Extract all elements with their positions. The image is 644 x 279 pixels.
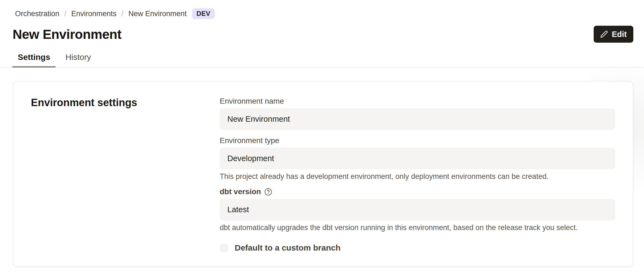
- dbt-version-group: dbt version Latest dbt automatically upg…: [220, 187, 615, 232]
- environment-type-group: Environment type Development This projec…: [220, 136, 615, 181]
- custom-branch-checkbox[interactable]: [220, 244, 228, 252]
- dbt-version-label-row: dbt version: [220, 187, 615, 196]
- edit-button[interactable]: Edit: [594, 26, 633, 43]
- custom-branch-row: Default to a custom branch: [220, 243, 615, 252]
- help-circle-icon[interactable]: [264, 188, 272, 196]
- breadcrumb-item-new-environment: New Environment: [128, 10, 187, 18]
- dbt-version-label: dbt version: [220, 187, 261, 196]
- breadcrumb-item-environments[interactable]: Environments: [71, 10, 117, 18]
- breadcrumb-separator: /: [121, 10, 124, 18]
- dev-badge: DEV: [192, 8, 215, 19]
- environment-type-input[interactable]: Development: [220, 148, 615, 169]
- dbt-version-input[interactable]: Latest: [220, 199, 615, 220]
- custom-branch-label: Default to a custom branch: [235, 243, 341, 252]
- breadcrumb-item-orchestration[interactable]: Orchestration: [15, 10, 59, 18]
- environment-settings-card: Environment settings Environment name Ne…: [13, 81, 633, 267]
- card-heading: Environment settings: [31, 97, 220, 109]
- tab-history[interactable]: History: [60, 49, 96, 68]
- environment-type-label: Environment type: [220, 136, 615, 145]
- card-heading-column: Environment settings: [31, 97, 220, 251]
- breadcrumb-separator: /: [64, 10, 66, 18]
- card-form-column: Environment name New Environment Environ…: [220, 97, 615, 251]
- environment-name-group: Environment name New Environment: [220, 97, 615, 130]
- edit-button-label: Edit: [612, 30, 627, 39]
- dbt-version-helper: dbt automatically upgrades the dbt versi…: [220, 223, 615, 232]
- environment-name-input[interactable]: New Environment: [220, 108, 615, 130]
- breadcrumb: Orchestration / Environments / New Envir…: [0, 0, 644, 19]
- pencil-icon: [600, 30, 608, 38]
- tab-settings[interactable]: Settings: [12, 49, 56, 68]
- tab-bar: Settings History: [0, 49, 644, 68]
- page-title: New Environment: [13, 27, 121, 42]
- environment-type-helper: This project already has a development e…: [220, 172, 615, 181]
- environment-name-label: Environment name: [220, 97, 615, 106]
- page-header: New Environment Edit: [0, 19, 644, 43]
